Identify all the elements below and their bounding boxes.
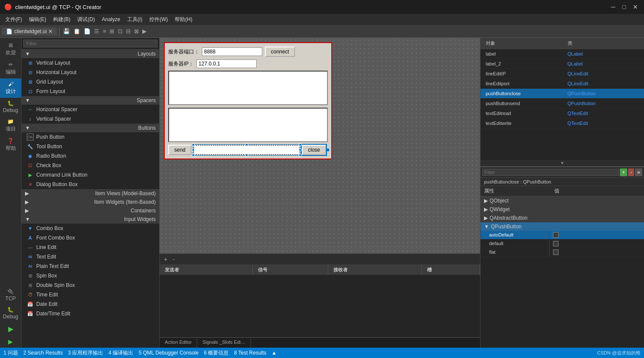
props-row-flat[interactable]: flat	[481, 248, 644, 257]
canvas-area[interactable]: 服务器端口： connect 服务器IP： send	[160, 38, 480, 253]
props-row-default[interactable]: default	[481, 240, 644, 248]
object-row-textEditread[interactable]: textEditread QTextEdit	[481, 109, 644, 118]
layout-h-icon[interactable]: ☰	[93, 27, 101, 35]
server-port-input[interactable]	[202, 47, 262, 56]
maximize-btn[interactable]: □	[621, 3, 628, 10]
sidebar-item-check-box[interactable]: ☑ Check Box	[22, 161, 159, 170]
layout-form-icon[interactable]: ⊡	[116, 27, 124, 35]
signals-remove-btn[interactable]: -	[171, 255, 176, 264]
checkbox-default[interactable]	[553, 241, 559, 246]
minimize-btn[interactable]: ─	[609, 3, 617, 10]
section-qabstractbutton[interactable]: ▶ QAbstractButton	[481, 214, 644, 222]
signals-add-btn[interactable]: +	[162, 255, 169, 264]
sidebar-item-form-layout[interactable]: ⊡ Form Layout	[22, 87, 159, 96]
menu-build[interactable]: 构建(B)	[50, 15, 74, 24]
sidebar-item-datetime-edit[interactable]: 📅 Date/Time Edit	[22, 309, 159, 318]
filter-input[interactable]	[23, 40, 157, 47]
object-row-lineEditIP[interactable]: lineEditIP QLineEdit	[481, 69, 644, 79]
connect-button[interactable]: connect	[265, 47, 295, 57]
sidebar-item-combo-box[interactable]: ▼ Combo Box	[22, 224, 159, 233]
object-row-pushButtonclose[interactable]: pushButtonclose QPushButton	[481, 89, 644, 99]
sidebar-item-grid-layout[interactable]: ⊠ Grid Layout	[22, 77, 159, 87]
section-layouts[interactable]: ▼ Layouts	[22, 50, 159, 58]
sidebar-item-vertical-spacer[interactable]: ↕ Vertical Spacer	[22, 114, 159, 124]
section-buttons[interactable]: ▼ Buttons	[22, 124, 159, 132]
status-problems[interactable]: 1 问题	[3, 349, 18, 357]
save-icon[interactable]: 💾	[62, 27, 71, 35]
sidebar-item-push-button[interactable]: OK Push Button	[22, 132, 159, 142]
menu-tools[interactable]: 工具(I)	[124, 15, 146, 24]
section-qpushbutton[interactable]: ▼ QPushButton	[481, 222, 644, 231]
object-row-textEditwrite[interactable]: textEditwrite QTextEdit	[481, 118, 644, 128]
props-remove-btn[interactable]: -	[628, 168, 634, 176]
sidebar-item-time-edit[interactable]: ⏱ Time Edit	[22, 290, 159, 299]
adjust-icon[interactable]: ⊠	[133, 27, 140, 35]
sidebar-item-help[interactable]: ❓ 帮助	[0, 135, 21, 155]
sidebar-item-double-spin-box[interactable]: ⊞ Double Spin Box	[22, 280, 159, 290]
text-edit-write[interactable]	[168, 108, 328, 142]
sidebar-item-project[interactable]: 📁 项目	[0, 116, 21, 135]
sidebar-item-horizontal-spacer[interactable]: ↔ Horizontal Spacer	[22, 105, 159, 114]
layout-grid-icon[interactable]: ⊞	[108, 27, 116, 35]
paste-icon[interactable]: 📄	[82, 27, 92, 35]
object-row-lineEditport[interactable]: lineEditport QLineEdit	[481, 79, 644, 89]
section-item-views[interactable]: ▶ Item Views (Model-Based)	[22, 189, 159, 198]
props-row-autoDefault[interactable]: autoDefault	[481, 231, 644, 240]
sidebar-item-debug2[interactable]: 🐛 Debug	[0, 304, 21, 322]
preview-icon[interactable]: ▶	[141, 27, 148, 35]
sidebar-item-command-link-button[interactable]: ▶ Command Link Button	[22, 170, 159, 180]
section-item-widgets[interactable]: ▶ Item Widgets (Item-Based)	[22, 198, 159, 206]
status-arrow[interactable]: ▲	[272, 350, 277, 356]
signals-slots-tab[interactable]: Signals _Slots Edi…	[197, 338, 251, 348]
menu-analyze[interactable]: Analyze	[98, 16, 124, 23]
object-row-pushButtonsend[interactable]: pushButtonsend QPushButton	[481, 99, 644, 109]
sidebar-item-text-edit[interactable]: AI Text Edit	[22, 252, 159, 261]
checkbox-autoDefault[interactable]	[553, 232, 559, 238]
action-editor-tab[interactable]: Action Editor	[160, 338, 197, 348]
copy-icon[interactable]: 📋	[72, 27, 82, 35]
status-overview[interactable]: 6 概要信息	[204, 349, 229, 357]
close-btn[interactable]: ✕	[631, 3, 640, 10]
break-layout-icon[interactable]: ⊟	[125, 27, 132, 35]
sidebar-item-design[interactable]: 🖌 设计	[0, 78, 21, 98]
section-qwidget[interactable]: ▶ QWidget	[481, 205, 644, 214]
checkbox-flat[interactable]	[553, 249, 559, 255]
line-edit-selected[interactable]	[193, 145, 300, 155]
object-row-label[interactable]: label QLabel	[481, 49, 644, 59]
text-edit-read[interactable]	[168, 71, 328, 105]
status-app-output[interactable]: 3 应用程序输出	[68, 349, 103, 357]
sidebar-item-date-edit[interactable]: 📅 Date Edit	[22, 299, 159, 309]
menu-file[interactable]: 文件(F)	[2, 15, 25, 24]
sidebar-item-radio-button[interactable]: ◉ Radio Button	[22, 151, 159, 161]
form-preview[interactable]: 服务器端口： connect 服务器IP： send	[164, 42, 332, 159]
sidebar-item-horizontal-layout[interactable]: ⊟ Horizontal Layout	[22, 68, 159, 77]
sidebar-item-vertical-layout[interactable]: ⊞ Vertical Layout	[22, 58, 159, 68]
section-qobject[interactable]: ▶ QObject	[481, 196, 644, 205]
section-input-widgets[interactable]: ▼ Input Widgets	[22, 215, 159, 224]
sidebar-item-edit[interactable]: ✏ 编辑	[0, 59, 21, 78]
sidebar-item-font-combo-box[interactable]: A Font Combo Box	[22, 233, 159, 243]
status-compile-output[interactable]: 4 编译输出	[108, 349, 133, 357]
menu-widgets[interactable]: 控件(W)	[146, 15, 171, 24]
sidebar-item-tcp[interactable]: 🔌 TCP	[0, 286, 21, 304]
section-spacers[interactable]: ▼ Spacers	[22, 96, 159, 105]
props-filter-input[interactable]	[482, 169, 619, 176]
layout-v-icon[interactable]: ≡	[101, 27, 107, 35]
sidebar-item-debug[interactable]: 🐛 Debug	[0, 98, 21, 116]
sidebar-item-spin-box[interactable]: ⊞ Spin Box	[22, 271, 159, 280]
sidebar-item-line-edit[interactable]: — Line Edit	[22, 243, 159, 252]
sidebar-item-dialog-button-box[interactable]: ✕ Dialog Button Box	[22, 180, 159, 189]
server-ip-input[interactable]	[196, 59, 257, 68]
menu-debug[interactable]: 调试(D)	[74, 15, 98, 24]
props-arrow-btn[interactable]: »	[635, 168, 642, 176]
editor-tab[interactable]: 📄 clientwidget.ui ✕	[2, 28, 57, 35]
props-add-btn[interactable]: +	[620, 168, 627, 176]
sidebar-item-welcome[interactable]: ⊞ 欢迎	[0, 40, 21, 59]
section-containers[interactable]: ▶ Containers	[22, 206, 159, 215]
run-btn[interactable]: ▶	[0, 322, 21, 336]
send-button[interactable]: send	[168, 145, 192, 155]
menu-edit[interactable]: 编辑(E)	[25, 15, 50, 24]
menu-help[interactable]: 帮助(H)	[171, 15, 196, 24]
status-qml-debugger[interactable]: 5 QML Debugger Console	[138, 350, 198, 356]
status-test-results[interactable]: 8 Test Results	[234, 350, 266, 356]
